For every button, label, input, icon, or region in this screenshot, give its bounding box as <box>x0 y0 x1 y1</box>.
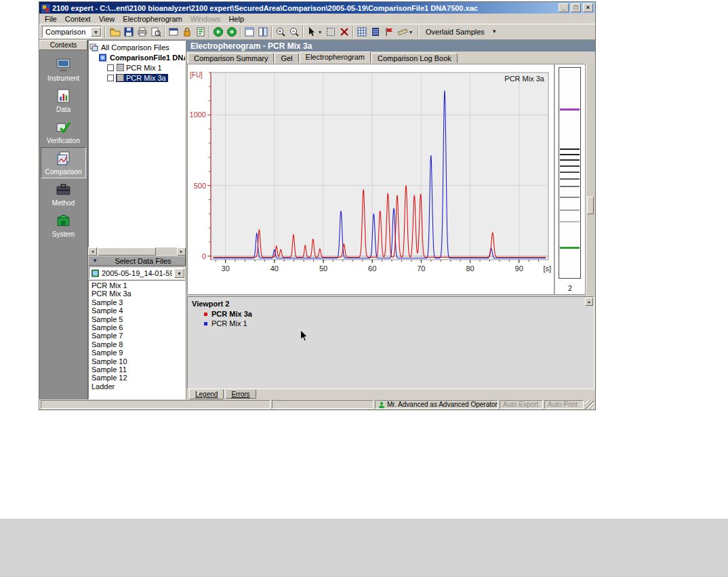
tab-comparison-summary[interactable]: Comparison Summary <box>188 53 274 63</box>
contexts-sidebar: Contexts InstrumentDataVerificationCompa… <box>39 40 88 399</box>
tree-item-file[interactable]: ComparisonFile1 DNA75 <box>89 52 184 62</box>
list-item-sample-10[interactable]: Sample 10 <box>89 357 185 365</box>
open-file-icon[interactable] <box>108 25 122 39</box>
list-item-sample-12[interactable]: Sample 12 <box>89 374 185 382</box>
zoom-out-icon[interactable] <box>287 25 301 39</box>
data-file-selector-arrow-icon[interactable]: ▼ <box>174 268 184 278</box>
list-item-pcr-mix-1[interactable]: PCR Mix 1 <box>89 281 185 290</box>
sidebar-item-system[interactable]: System <box>41 210 86 241</box>
list-item-sample-4[interactable]: Sample 4 <box>89 306 185 315</box>
list-item-sample-6[interactable]: Sample 6 <box>89 323 185 332</box>
menu-electropherogram[interactable]: Electropherogram <box>119 15 186 23</box>
sidebar-item-instrument[interactable]: Instrument <box>41 54 86 85</box>
flag-icon[interactable] <box>382 25 396 39</box>
copy-window-icon[interactable] <box>167 25 180 39</box>
context-selector-arrow-icon[interactable]: ▼ <box>91 27 101 37</box>
select-data-files-bar[interactable]: ▼ Select Data Files <box>88 256 186 266</box>
gel-ladder-strip[interactable]: 2 <box>554 64 586 295</box>
minimize-button[interactable]: _ <box>559 3 569 12</box>
toolbar-separator <box>418 26 419 38</box>
sidebar-item-comparison[interactable]: Comparison <box>41 147 86 178</box>
menu-view[interactable]: View <box>95 15 119 23</box>
maximize-button[interactable]: □ <box>571 3 581 12</box>
menu-context[interactable]: Context <box>61 15 95 23</box>
sidebar-item-label: Data <box>56 106 70 113</box>
svg-text:PCR Mix 3a: PCR Mix 3a <box>504 75 545 83</box>
exclude-region-icon[interactable] <box>338 25 351 39</box>
maximize-pane-icon[interactable] <box>243 25 256 39</box>
list-item-sample-9[interactable]: Sample 9 <box>89 349 185 357</box>
back-icon[interactable] <box>211 25 225 39</box>
save-icon[interactable] <box>122 25 136 39</box>
checkbox[interactable] <box>107 64 114 71</box>
tree-sample-label: PCR Mix 1 <box>126 64 162 72</box>
menu-help[interactable]: Help <box>224 15 248 23</box>
scroll-right-icon[interactable]: ► <box>177 247 186 256</box>
sidebar-item-method[interactable]: Method <box>41 178 86 210</box>
svg-text:40: 40 <box>270 264 279 273</box>
tree-item-pcr-mix-3a[interactable]: PCR Mix 3a <box>89 73 184 83</box>
data-file-selector[interactable]: 2005-05-19_14-01-59.xsd ▼ <box>89 266 185 279</box>
gel-lane <box>559 67 581 279</box>
pointer-mode-dropdown-icon[interactable]: ▾ <box>319 29 324 35</box>
legend-entry-pcr-mix-3a[interactable]: PCR Mix 3a <box>188 309 594 319</box>
scrollbar-thumb[interactable] <box>98 247 156 256</box>
tile-panes-icon[interactable] <box>256 25 270 39</box>
scroll-left-icon[interactable]: ◄ <box>88 247 97 256</box>
tab-gel[interactable]: Gel <box>275 53 298 63</box>
print-preview-icon[interactable] <box>149 25 163 39</box>
comparison-icon <box>55 150 72 167</box>
list-item-sample-5[interactable]: Sample 5 <box>89 315 185 323</box>
tab-comparison-log-book[interactable]: Comparison Log Book <box>371 53 458 63</box>
collapse-triangle-icon[interactable]: ▼ <box>89 258 101 264</box>
tab-electropherogram[interactable]: Electropherogram <box>300 52 371 63</box>
data-table-icon[interactable] <box>355 25 369 39</box>
lock-icon[interactable] <box>180 25 194 39</box>
chart-vertical-scrollbar[interactable] <box>586 64 594 295</box>
window-body: Contexts InstrumentDataVerificationCompa… <box>39 40 595 399</box>
region-select-icon[interactable] <box>324 25 338 39</box>
list-item-sample-3[interactable]: Sample 3 <box>89 298 185 306</box>
legend-entry-pcr-mix-1[interactable]: PCR Mix 1 <box>188 319 594 328</box>
tree-item-root[interactable]: All Comparison Files <box>89 42 184 52</box>
menu-file[interactable]: File <box>41 15 61 23</box>
gel-band <box>560 148 580 150</box>
list-item-sample-7[interactable]: Sample 7 <box>89 332 185 340</box>
resize-grip[interactable] <box>585 400 594 409</box>
zoom-in-icon[interactable] <box>274 25 287 39</box>
scrollbar-thumb[interactable] <box>587 197 594 214</box>
measure-dropdown-icon[interactable]: ▾ <box>409 29 415 35</box>
forward-icon[interactable] <box>225 25 239 39</box>
overlay-mode-selector[interactable]: Overlaid Samples ▼ <box>422 26 501 38</box>
close-button[interactable]: × <box>583 3 593 12</box>
comparison-folder-icon <box>89 43 98 52</box>
list-item-pcr-mix-3a[interactable]: PCR Mix 3a <box>89 290 185 298</box>
print-icon[interactable] <box>136 25 149 39</box>
pointer-mode-icon[interactable] <box>305 25 319 39</box>
svg-text:[s]: [s] <box>543 264 551 273</box>
tree-horizontal-scrollbar[interactable]: ◄ ► <box>88 247 186 256</box>
gel-band <box>560 108 580 111</box>
list-item-sample-11[interactable]: Sample 11 <box>89 365 185 374</box>
legend-entries: PCR Mix 3aPCR Mix 1 <box>188 309 594 328</box>
tree-item-pcr-mix-1[interactable]: PCR Mix 1 <box>89 62 184 73</box>
list-item-ladder[interactable]: Ladder <box>89 382 185 391</box>
logbook-icon[interactable] <box>194 25 207 39</box>
svg-text:0: 0 <box>202 252 206 260</box>
svg-text:30: 30 <box>222 264 230 273</box>
list-item-sample-8[interactable]: Sample 8 <box>89 340 185 349</box>
tab-errors[interactable]: Errors <box>225 389 256 399</box>
toolbar-icons: ▾▾ <box>108 25 415 39</box>
svg-text:1000: 1000 <box>190 111 206 119</box>
context-selector[interactable]: Comparison ▼ <box>42 26 102 38</box>
checkbox[interactable] <box>107 75 114 81</box>
electropherogram-chart[interactable]: 3040506070809005001000[FU][s]PCR Mix 3a <box>188 64 554 294</box>
page-title: Electropherogram - PCR Mix 3a <box>186 40 595 52</box>
gel-view-icon[interactable] <box>369 25 382 39</box>
measure-icon[interactable] <box>396 25 409 39</box>
sidebar-item-data[interactable]: Data <box>41 85 86 116</box>
sidebar-item-verification[interactable]: Verification <box>41 116 86 147</box>
tab-legend[interactable]: Legend <box>189 389 224 399</box>
overlay-selector-arrow-icon[interactable]: ▼ <box>489 27 500 37</box>
legend-scroll-up-icon[interactable]: ▲ <box>585 298 593 306</box>
